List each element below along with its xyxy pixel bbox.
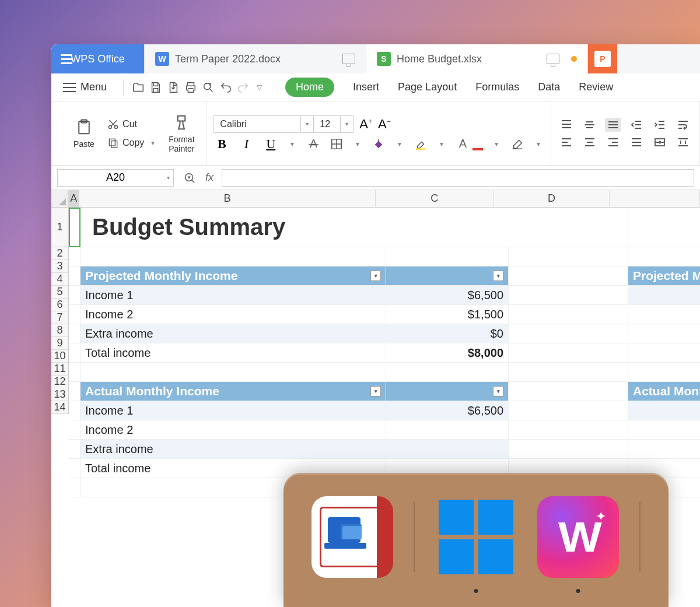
increase-font-size-button[interactable]: A+ [359,117,372,132]
redo-icon[interactable] [236,80,251,95]
cell-c7[interactable]: $8,000 [386,343,509,362]
paste-button[interactable]: Paste [66,118,102,149]
bold-button[interactable]: B [214,136,230,152]
cell-c10[interactable]: $6,500 [386,401,509,420]
filter-dropdown-icon[interactable]: ▾ [370,386,381,397]
undo-icon[interactable] [218,80,233,95]
highlight-button[interactable] [413,136,428,152]
cell-c12[interactable] [386,440,509,458]
row-header-2[interactable]: 2 [51,247,69,260]
font-color-button[interactable]: A [455,136,470,152]
align-right-button[interactable] [605,135,621,149]
export-pdf-icon[interactable] [166,80,181,95]
ribbon-tab-insert[interactable]: Insert [353,81,379,93]
section2-header[interactable]: Actual Monthly Income ▾ [80,382,386,401]
filter-dropdown-icon[interactable]: ▾ [493,271,503,281]
clear-dropdown[interactable]: ▾ [533,140,544,148]
present-icon[interactable] [547,54,559,64]
row-header-12[interactable]: 12 [51,376,69,388]
border-button[interactable] [329,136,344,152]
copy-dropdown-icon[interactable]: ▾ [148,139,158,147]
dock-app-windows[interactable] [435,496,517,578]
ribbon-tab-home[interactable]: Home [285,78,334,97]
row-header-8[interactable]: 8 [51,324,69,337]
cell-c4[interactable]: $6,500 [386,286,509,304]
tab-wps-home[interactable]: WPS Office [51,44,145,73]
copy-button[interactable]: Copy ▾ [107,137,158,149]
align-top-button[interactable] [558,118,575,132]
sheet-title[interactable]: Budget Summary [80,208,386,247]
border-dropdown[interactable]: ▾ [352,140,363,148]
row-header-13[interactable]: 13 [51,388,69,401]
fill-color-button[interactable] [371,136,386,152]
row-header-14[interactable]: 14 [51,401,69,414]
cell-c11[interactable] [386,420,509,439]
menu-button[interactable]: Menu [60,81,110,93]
column-header-e[interactable] [610,190,700,208]
open-icon[interactable] [131,80,146,95]
filter-dropdown-icon[interactable]: ▾ [370,271,381,281]
column-header-c[interactable]: C [376,190,494,208]
cell-area[interactable]: Budget Summary Projected Monthly Income … [69,208,700,497]
row-header-6[interactable]: 6 [51,299,69,311]
column-header-d[interactable]: D [494,190,610,208]
name-box[interactable]: A20 ▾ [57,169,174,187]
increase-indent-button[interactable] [652,118,668,132]
ribbon-tab-data[interactable]: Data [538,81,560,93]
highlight-dropdown[interactable]: ▾ [436,140,447,148]
font-color-dropdown[interactable]: ▾ [491,140,502,148]
name-box-dropdown-icon[interactable]: ▾ [167,174,170,181]
underline-dropdown[interactable]: ▾ [287,140,298,148]
tab-presentation-stub[interactable]: P [588,44,617,73]
fill-dropdown[interactable]: ▾ [394,140,405,148]
formula-input[interactable] [222,169,694,187]
cell-b11[interactable]: Income 2 [80,420,386,439]
row-header-11[interactable]: 11 [51,363,69,376]
format-painter-button[interactable]: Format Painter [164,114,199,153]
cell-b12[interactable]: Extra income [80,440,386,458]
save-icon[interactable] [148,80,163,95]
font-size-input[interactable] [314,115,341,133]
cancel-formula-icon[interactable] [182,170,197,185]
wrap-text-button[interactable] [675,118,691,132]
cell-b4[interactable]: Income 1 [80,286,386,304]
cell-c5[interactable]: $1,500 [386,305,509,324]
row-header-10[interactable]: 10 [51,350,69,363]
cell-b5[interactable]: Income 2 [80,305,386,324]
quickbar-customize-dropdown[interactable]: ▽ [253,83,265,92]
row-header-5[interactable]: 5 [51,286,69,299]
ribbon-tab-page-layout[interactable]: Page Layout [398,81,457,93]
clear-format-button[interactable] [510,136,525,152]
print-icon[interactable] [183,80,198,95]
row-header-1[interactable]: 1 [51,208,69,247]
row-header-3[interactable]: 3 [51,260,69,273]
font-size-dropdown-icon[interactable]: ▾ [341,115,354,133]
dock-app-parallels[interactable] [312,496,393,578]
cell-b6[interactable]: Extra income [80,324,386,343]
justify-button[interactable] [628,135,645,149]
print-preview-icon[interactable] [201,80,216,95]
align-center-button[interactable] [582,135,598,149]
cell-c6[interactable]: $0 [386,324,509,343]
row-header-7[interactable]: 7 [51,311,69,324]
row-header-9[interactable]: 9 [51,337,69,350]
strikethrough-button[interactable]: A [306,136,321,152]
row-header-4[interactable]: 4 [51,273,69,286]
italic-button[interactable]: I [238,136,254,152]
font-name-input[interactable] [214,115,301,133]
font-name-select[interactable]: ▾ ▾ [214,115,354,133]
cell-b7[interactable]: Total income [80,343,386,362]
align-bottom-button[interactable] [605,118,621,132]
align-left-button[interactable] [558,135,575,149]
distribute-button[interactable] [675,135,691,149]
cell-b10[interactable]: Income 1 [80,401,386,420]
column-header-b[interactable]: B [79,190,375,208]
column-header-a[interactable]: A [68,190,79,208]
tab-spreadsheet[interactable]: S Home Budget.xlsx [366,44,588,73]
align-middle-button[interactable] [582,118,598,132]
ribbon-tab-review[interactable]: Review [579,81,613,93]
dock-app-wps[interactable]: W ✦ [537,496,619,578]
select-all-corner[interactable] [51,190,68,208]
decrease-font-size-button[interactable]: A− [378,117,391,132]
present-icon[interactable] [342,54,355,64]
